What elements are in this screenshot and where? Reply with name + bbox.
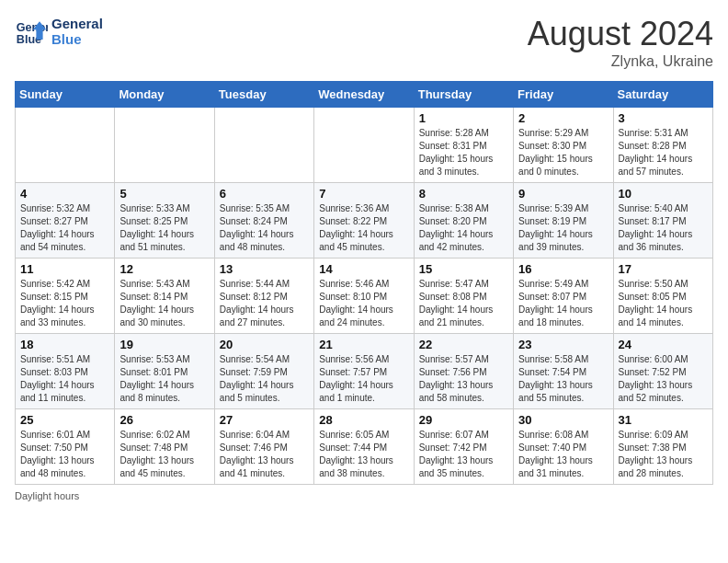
- day-number: 2: [518, 111, 608, 125]
- day-number: 11: [20, 262, 109, 276]
- day-number: 24: [619, 338, 708, 351]
- day-info: Sunrise: 5:36 AM Sunset: 8:22 PM Dayligh…: [319, 202, 408, 254]
- calendar-cell: 9Sunrise: 5:39 AM Sunset: 8:19 PM Daylig…: [514, 183, 613, 259]
- day-info: Sunrise: 6:01 AM Sunset: 7:50 PM Dayligh…: [20, 429, 109, 480]
- day-info: Sunrise: 5:53 AM Sunset: 8:01 PM Dayligh…: [119, 353, 209, 405]
- day-info: Sunrise: 5:32 AM Sunset: 8:27 PM Dayligh…: [20, 202, 109, 254]
- day-info: Sunrise: 5:50 AM Sunset: 8:05 PM Dayligh…: [619, 278, 708, 329]
- calendar-cell: 31Sunrise: 6:09 AM Sunset: 7:38 PM Dayli…: [613, 409, 712, 485]
- calendar-cell: [115, 108, 214, 183]
- location: Zlynka, Ukraine: [528, 53, 713, 70]
- calendar-cell: 29Sunrise: 6:07 AM Sunset: 7:42 PM Dayli…: [414, 409, 513, 485]
- day-info: Sunrise: 5:40 AM Sunset: 8:17 PM Dayligh…: [619, 202, 708, 254]
- calendar-cell: 19Sunrise: 5:53 AM Sunset: 8:01 PM Dayli…: [115, 334, 214, 409]
- day-info: Sunrise: 6:02 AM Sunset: 7:48 PM Dayligh…: [119, 429, 209, 480]
- weekday-header-saturday: Saturday: [613, 82, 712, 108]
- calendar-cell: 8Sunrise: 5:38 AM Sunset: 8:20 PM Daylig…: [414, 183, 513, 259]
- day-info: Sunrise: 6:04 AM Sunset: 7:46 PM Dayligh…: [220, 429, 309, 480]
- month-year: August 2024: [528, 15, 713, 53]
- day-info: Sunrise: 5:46 AM Sunset: 8:10 PM Dayligh…: [319, 278, 408, 329]
- calendar-cell: 5Sunrise: 5:33 AM Sunset: 8:25 PM Daylig…: [115, 183, 214, 259]
- day-number: 9: [518, 187, 608, 201]
- day-number: 10: [619, 187, 708, 201]
- weekday-header-monday: Monday: [115, 82, 214, 108]
- calendar-cell: [314, 108, 414, 183]
- weekday-header-thursday: Thursday: [414, 82, 513, 108]
- calendar-cell: [214, 108, 313, 183]
- day-number: 19: [119, 338, 209, 351]
- weekday-header-friday: Friday: [514, 82, 613, 108]
- weekday-header-wednesday: Wednesday: [314, 82, 414, 108]
- calendar-cell: 14Sunrise: 5:46 AM Sunset: 8:10 PM Dayli…: [314, 259, 414, 334]
- day-info: Sunrise: 6:07 AM Sunset: 7:42 PM Dayligh…: [419, 429, 508, 480]
- day-info: Sunrise: 5:31 AM Sunset: 8:28 PM Dayligh…: [619, 127, 708, 178]
- title-block: August 2024 Zlynka, Ukraine: [528, 15, 713, 70]
- calendar-cell: 20Sunrise: 5:54 AM Sunset: 7:59 PM Dayli…: [214, 334, 313, 409]
- day-number: 1: [419, 111, 508, 125]
- calendar-cell: 3Sunrise: 5:31 AM Sunset: 8:28 PM Daylig…: [613, 108, 712, 183]
- calendar-cell: 28Sunrise: 6:05 AM Sunset: 7:44 PM Dayli…: [314, 409, 414, 485]
- calendar-cell: 22Sunrise: 5:57 AM Sunset: 7:56 PM Dayli…: [414, 334, 513, 409]
- logo: General Blue General Blue: [15, 15, 103, 48]
- day-info: Sunrise: 5:56 AM Sunset: 7:57 PM Dayligh…: [319, 353, 408, 405]
- calendar-cell: 25Sunrise: 6:01 AM Sunset: 7:50 PM Dayli…: [16, 409, 115, 485]
- calendar-cell: 23Sunrise: 5:58 AM Sunset: 7:54 PM Dayli…: [514, 334, 613, 409]
- day-number: 8: [419, 187, 508, 201]
- day-number: 30: [518, 413, 608, 427]
- calendar-cell: 27Sunrise: 6:04 AM Sunset: 7:46 PM Dayli…: [214, 409, 313, 485]
- calendar-cell: 30Sunrise: 6:08 AM Sunset: 7:40 PM Dayli…: [514, 409, 613, 485]
- day-info: Sunrise: 5:58 AM Sunset: 7:54 PM Dayligh…: [518, 353, 608, 405]
- day-info: Sunrise: 5:35 AM Sunset: 8:24 PM Dayligh…: [220, 202, 309, 254]
- day-info: Sunrise: 5:51 AM Sunset: 8:03 PM Dayligh…: [20, 353, 109, 405]
- day-info: Sunrise: 5:39 AM Sunset: 8:19 PM Dayligh…: [518, 202, 608, 254]
- weekday-header-tuesday: Tuesday: [214, 82, 313, 108]
- page-header: General Blue General Blue August 2024 Zl…: [15, 15, 713, 70]
- day-info: Sunrise: 5:33 AM Sunset: 8:25 PM Dayligh…: [119, 202, 209, 254]
- calendar-cell: 13Sunrise: 5:44 AM Sunset: 8:12 PM Dayli…: [214, 259, 313, 334]
- calendar-cell: [16, 108, 115, 183]
- day-number: 17: [619, 262, 708, 276]
- calendar-table: SundayMondayTuesdayWednesdayThursdayFrid…: [15, 81, 713, 485]
- day-number: 14: [319, 262, 408, 276]
- day-info: Sunrise: 5:28 AM Sunset: 8:31 PM Dayligh…: [419, 127, 508, 178]
- day-number: 21: [319, 338, 408, 351]
- footer-note: Daylight hours: [15, 490, 713, 501]
- day-number: 12: [119, 262, 209, 276]
- day-number: 29: [419, 413, 508, 427]
- day-info: Sunrise: 5:47 AM Sunset: 8:08 PM Dayligh…: [419, 278, 508, 329]
- day-number: 20: [220, 338, 309, 351]
- day-number: 27: [220, 413, 309, 427]
- day-number: 28: [319, 413, 408, 427]
- calendar-cell: 12Sunrise: 5:43 AM Sunset: 8:14 PM Dayli…: [115, 259, 214, 334]
- calendar-cell: 10Sunrise: 5:40 AM Sunset: 8:17 PM Dayli…: [613, 183, 712, 259]
- day-number: 18: [20, 338, 109, 351]
- day-number: 31: [619, 413, 708, 427]
- calendar-cell: 16Sunrise: 5:49 AM Sunset: 8:07 PM Dayli…: [514, 259, 613, 334]
- weekday-header-sunday: Sunday: [16, 82, 115, 108]
- day-number: 22: [419, 338, 508, 351]
- calendar-cell: 6Sunrise: 5:35 AM Sunset: 8:24 PM Daylig…: [214, 183, 313, 259]
- day-info: Sunrise: 5:54 AM Sunset: 7:59 PM Dayligh…: [220, 353, 309, 405]
- day-info: Sunrise: 5:29 AM Sunset: 8:30 PM Dayligh…: [518, 127, 608, 178]
- day-number: 5: [119, 187, 209, 201]
- calendar-cell: 2Sunrise: 5:29 AM Sunset: 8:30 PM Daylig…: [514, 108, 613, 183]
- day-info: Sunrise: 6:09 AM Sunset: 7:38 PM Dayligh…: [619, 429, 708, 480]
- day-info: Sunrise: 5:44 AM Sunset: 8:12 PM Dayligh…: [220, 278, 309, 329]
- day-info: Sunrise: 6:08 AM Sunset: 7:40 PM Dayligh…: [518, 429, 608, 480]
- calendar-cell: 17Sunrise: 5:50 AM Sunset: 8:05 PM Dayli…: [613, 259, 712, 334]
- day-info: Sunrise: 6:00 AM Sunset: 7:52 PM Dayligh…: [619, 353, 708, 405]
- day-number: 15: [419, 262, 508, 276]
- calendar-cell: 24Sunrise: 6:00 AM Sunset: 7:52 PM Dayli…: [613, 334, 712, 409]
- day-info: Sunrise: 5:42 AM Sunset: 8:15 PM Dayligh…: [20, 278, 109, 329]
- day-number: 4: [20, 187, 109, 201]
- day-info: Sunrise: 5:49 AM Sunset: 8:07 PM Dayligh…: [518, 278, 608, 329]
- calendar-cell: 15Sunrise: 5:47 AM Sunset: 8:08 PM Dayli…: [414, 259, 513, 334]
- logo-icon: General Blue: [15, 15, 48, 48]
- calendar-cell: 7Sunrise: 5:36 AM Sunset: 8:22 PM Daylig…: [314, 183, 414, 259]
- day-number: 6: [220, 187, 309, 201]
- day-info: Sunrise: 6:05 AM Sunset: 7:44 PM Dayligh…: [319, 429, 408, 480]
- day-info: Sunrise: 5:38 AM Sunset: 8:20 PM Dayligh…: [419, 202, 508, 254]
- logo-line1: General: [51, 16, 103, 31]
- calendar-cell: 18Sunrise: 5:51 AM Sunset: 8:03 PM Dayli…: [16, 334, 115, 409]
- day-number: 26: [119, 413, 209, 427]
